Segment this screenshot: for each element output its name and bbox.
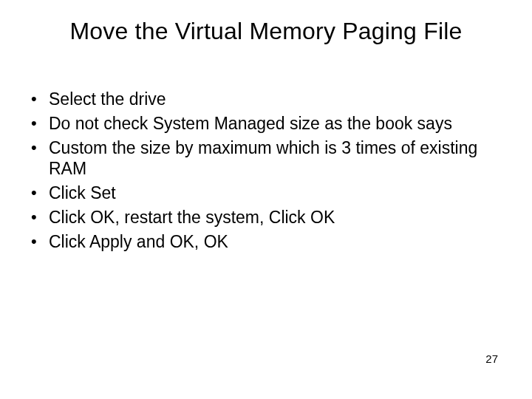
bullet-list: Select the drive Do not check System Man… [27, 89, 488, 252]
slide-body: Select the drive Do not check System Man… [27, 89, 488, 255]
list-item: Click Set [27, 183, 488, 204]
list-item: Click Apply and OK, OK [27, 231, 488, 253]
bullet-text: Click OK, restart the system, Click OK [49, 208, 335, 227]
slide-title: Move the Virtual Memory Paging File [0, 18, 532, 45]
bullet-text: Click Set [49, 183, 116, 202]
list-item: Custom the size by maximum which is 3 ti… [27, 137, 488, 180]
bullet-text: Click Apply and OK, OK [49, 232, 228, 251]
list-item: Click OK, restart the system, Click OK [27, 207, 488, 228]
bullet-text: Select the drive [49, 89, 166, 109]
bullet-text: Custom the size by maximum which is 3 ti… [49, 138, 477, 179]
list-item: Do not check System Managed size as the … [27, 113, 488, 134]
bullet-text: Do not check System Managed size as the … [49, 114, 452, 133]
list-item: Select the drive [27, 89, 488, 110]
slide: Move the Virtual Memory Paging File Sele… [0, 0, 532, 399]
page-number: 27 [485, 352, 498, 365]
